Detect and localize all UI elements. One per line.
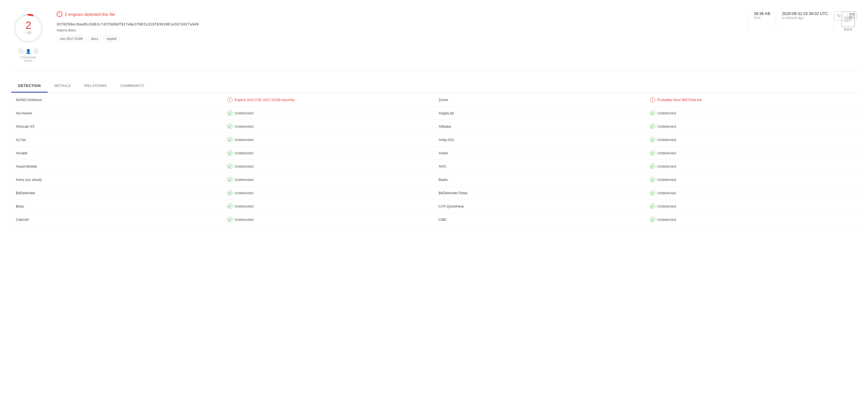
check-icon [227, 164, 232, 169]
left-engine-cell: BitDefender [11, 187, 223, 199]
right-engine-cell: Baidu [434, 173, 646, 186]
tab-relations[interactable]: RELATIONS [78, 79, 114, 93]
check-icon [650, 137, 655, 142]
qr-button[interactable] [847, 11, 857, 21]
hash-row: 9378299ec0aa05cbd63cf437609df91fe8e3f803… [57, 22, 740, 26]
engine-name: BitDefenderTheta [438, 191, 467, 195]
result-text: Undetected [657, 191, 676, 195]
community-score-row: ✕ 👤 ✓ [18, 48, 39, 54]
left-result-cell: Undetected [223, 106, 434, 120]
right-engine-cell: Avast [434, 147, 646, 159]
engine-name: Ad-Aware [16, 111, 32, 115]
alert-text: 2 engines detected this file [65, 12, 115, 17]
result-text: Undetected [657, 151, 676, 155]
left-result-cell: Undetected [223, 200, 434, 213]
file-date-block: 2020-08-31 03:39:02 UTC a moment ago [782, 11, 828, 20]
separator-1 [748, 14, 748, 28]
table-row: AhnLab-V3 UndetectedAlibaba Undetected [11, 120, 857, 133]
right-engine-cell: AegisLab [434, 107, 646, 119]
engine-name: AVG [438, 164, 446, 168]
left-engine-cell: Arcabit [11, 147, 223, 159]
result-text: Undetected [657, 204, 676, 208]
table-row: Avast-Mobile UndetectedAVG Undetected [11, 160, 857, 173]
table-row: BitDefender UndetectedBitDefenderTheta U… [11, 186, 857, 200]
engine-name: ClamAV [16, 218, 29, 222]
check-icon [227, 177, 232, 182]
right-engine-cell: AVG [434, 160, 646, 172]
right-engine-cell: Alibaba [434, 120, 646, 133]
check-icon [227, 124, 232, 129]
result-text: Undetected [235, 164, 254, 168]
right-result-cell: Undetected [646, 106, 857, 120]
result-text: Undetected [657, 177, 676, 182]
tags-row: cve-2017-0199docxexploit [57, 36, 740, 42]
cs-x-icon: ✕ [18, 48, 24, 54]
table-row: Arcabit UndetectedAvast Undetected [11, 146, 857, 160]
filename-row: macro.docx [57, 28, 740, 32]
file-size-value: 38.96 KB [754, 11, 771, 16]
file-size-block: 38.96 KB Size [754, 11, 771, 20]
table-row: ClamAV UndetectedCMC Undetected [11, 213, 857, 226]
result-text: Undetected [235, 191, 254, 195]
check-icon [227, 137, 232, 142]
result-text: Undetected [657, 164, 676, 168]
tabs-section: DETECTION DETAILS RELATIONS COMMUNITY [11, 79, 857, 93]
result-text: Undetected [235, 124, 254, 129]
community-score-label: Community Score [21, 56, 36, 62]
reload-button[interactable]: ↻ [834, 11, 843, 21]
left-engine-cell: ALYac [11, 134, 223, 146]
gauge-text: 2 / 60 [25, 21, 31, 35]
cs-check-icon: ✓ [33, 48, 39, 54]
left-engine-cell: Bkav [11, 200, 223, 212]
score-circle-wrapper: 2 / 60 ✕ 👤 ✓ Community Score [11, 11, 45, 62]
alert-circle-icon: ! [57, 11, 62, 17]
file-date-value: 2020-08-31 03:39:02 UTC [782, 11, 828, 16]
tag-exploit: exploit [103, 36, 120, 42]
file-info-section: ! 2 engines detected this file 9378299ec… [57, 11, 740, 42]
check-icon [650, 177, 655, 182]
check-icon [227, 190, 232, 195]
table-row: Ad-Aware UndetectedAegisLab Undetected [11, 106, 857, 120]
result-text: Undetected [657, 138, 676, 142]
left-engine-cell: Ad-Aware [11, 107, 223, 119]
left-engine-cell: NANO-Antivirus [11, 94, 223, 106]
tab-details[interactable]: DETAILS [48, 79, 78, 93]
alert-header: ! 2 engines detected this file [57, 11, 740, 17]
check-icon [650, 110, 655, 115]
result-text: Undetected [235, 151, 254, 155]
tab-detection[interactable]: DETECTION [11, 79, 48, 93]
svg-rect-11 [853, 18, 854, 19]
engine-name: Alibaba [438, 124, 451, 129]
table-row: NANO-Antivirus ! Exploit.Xml.CVE-2017-01… [11, 93, 857, 106]
cs-person-icon: 👤 [26, 49, 31, 54]
right-engine-cell: BitDefenderTheta [434, 187, 646, 199]
engine-name: Avira (no cloud) [16, 177, 42, 182]
engine-name: Bkav [16, 204, 24, 208]
svg-rect-9 [853, 16, 854, 17]
left-result-cell: ! Exploit.Xml.CVE-2017-0199.equmby [223, 93, 434, 106]
engine-name: CAT-QuickHeal [438, 204, 464, 208]
check-icon [650, 124, 655, 129]
check-icon [650, 164, 655, 169]
right-result-cell: Undetected [646, 213, 857, 226]
result-text: Exploit.Xml.CVE-2017-0199.equmby [235, 98, 295, 102]
check-icon [650, 190, 655, 195]
engine-name: Arcabit [16, 151, 27, 155]
separator-3 [834, 14, 834, 28]
right-result-cell: Undetected [646, 200, 857, 213]
check-icon [650, 217, 655, 222]
check-icon [227, 110, 232, 115]
header-actions: ↻ [834, 11, 857, 21]
reload-icon: ↻ [837, 13, 841, 19]
check-icon [227, 204, 232, 209]
tab-community[interactable]: COMMUNITY [114, 79, 151, 93]
engine-name: AegisLab [438, 111, 454, 115]
right-engine-cell: CAT-QuickHeal [434, 200, 646, 212]
right-result-cell: Undetected [646, 133, 857, 146]
right-result-cell: ! Probably Heur.W97OleLink [646, 93, 857, 106]
left-engine-cell: Avira (no cloud) [11, 173, 223, 186]
result-text: Undetected [235, 111, 254, 115]
tag-docx: docx [88, 36, 101, 42]
left-result-cell: Undetected [223, 173, 434, 186]
right-engine-cell: Zoner [434, 94, 646, 106]
